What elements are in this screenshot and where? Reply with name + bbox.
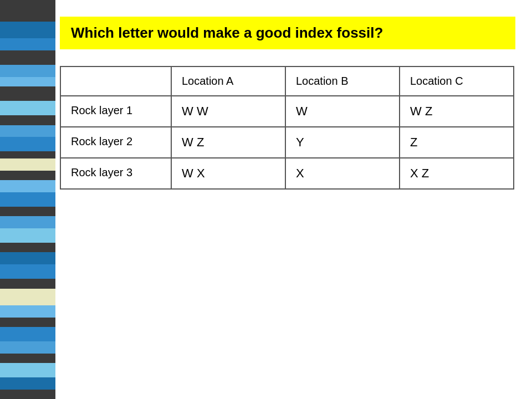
title-banner: Which letter would make a good index fos… (60, 17, 515, 49)
rock-layer-2-loc-c: Z (400, 127, 514, 158)
rock-layer-2-label: Rock layer 2 (60, 127, 171, 158)
header-location-c: Location C (400, 66, 514, 96)
stripe (0, 137, 55, 151)
stripe (0, 243, 55, 252)
stripe (0, 318, 55, 327)
stripe (0, 216, 55, 228)
header-empty (60, 66, 171, 96)
stripe (0, 377, 55, 390)
stripe (0, 207, 55, 216)
header-location-a: Location A (171, 66, 285, 96)
stripe (0, 363, 55, 377)
stripe (0, 305, 55, 318)
fossil-table: Location A Location B Location C Rock la… (60, 66, 514, 190)
rock-layer-1-label: Rock layer 1 (60, 96, 171, 127)
stripe (0, 289, 55, 305)
stripe (0, 50, 55, 65)
main-content: Which letter would make a good index fos… (60, 17, 515, 382)
stripe (0, 22, 55, 38)
table-row: Rock layer 3 W X X X Z (60, 158, 514, 189)
stripe (0, 86, 55, 101)
stripe (0, 101, 55, 115)
stripe (0, 264, 55, 279)
stripe (0, 354, 55, 363)
table-header-row: Location A Location B Location C (60, 66, 514, 96)
rock-layer-1-loc-b: W (285, 96, 400, 127)
stripe (0, 115, 55, 125)
rock-layer-1-loc-c: W Z (400, 96, 514, 127)
stripe (0, 77, 55, 86)
table-row: Rock layer 2 W Z Y Z (60, 127, 514, 158)
stripe (0, 171, 55, 180)
stripe (0, 192, 55, 207)
left-stripes (0, 0, 55, 399)
stripe (0, 180, 55, 192)
stripe (0, 228, 55, 243)
header-location-b: Location B (285, 66, 400, 96)
rock-layer-2-loc-a: W Z (171, 127, 285, 158)
rock-layer-3-loc-a: W X (171, 158, 285, 189)
rock-layer-3-label: Rock layer 3 (60, 158, 171, 189)
stripe (0, 65, 55, 77)
stripe (0, 0, 55, 22)
stripe (0, 279, 55, 288)
rock-layer-3-loc-b: X (285, 158, 400, 189)
table-row: Rock layer 1 W W W W Z (60, 96, 514, 127)
stripe (0, 125, 55, 137)
stripe (0, 252, 55, 264)
stripe (0, 390, 55, 399)
page-title: Which letter would make a good index fos… (71, 24, 383, 41)
stripe (0, 38, 55, 50)
rock-layer-3-loc-c: X Z (400, 158, 514, 189)
rock-layer-1-loc-a: W W (171, 96, 285, 127)
rock-layer-2-loc-b: Y (285, 127, 400, 158)
stripe (0, 341, 55, 354)
stripe (0, 327, 55, 341)
stripe (0, 151, 55, 158)
stripe (0, 158, 55, 171)
